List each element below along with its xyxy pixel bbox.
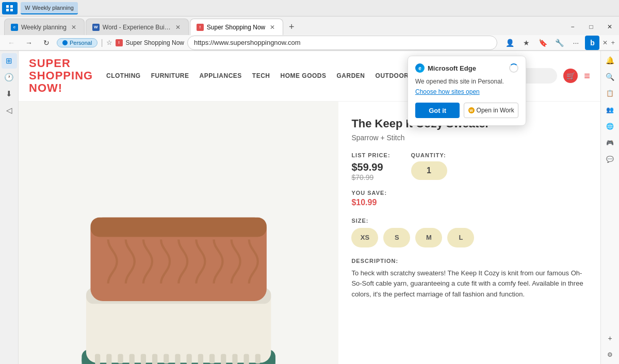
forward-button[interactable]: → bbox=[22, 36, 36, 50]
tab-shopping[interactable]: ! Super Shopping Now ✕ bbox=[190, 19, 283, 35]
edge-popup: e Microsoft Edge We opened this site in … bbox=[408, 56, 526, 126]
size-m[interactable]: M bbox=[415, 228, 442, 247]
profile-label: Personal bbox=[70, 40, 92, 46]
tab-weekly-planning[interactable]: e Weekly planning ✕ bbox=[4, 19, 85, 35]
window-controls: − □ ✕ bbox=[563, 19, 619, 35]
tab-weekly-planning-label: Weekly planning bbox=[21, 24, 67, 31]
copilot-icon[interactable]: b bbox=[585, 36, 599, 50]
svg-rect-24 bbox=[152, 354, 157, 364]
popup-link[interactable]: Choose how sites open bbox=[415, 88, 518, 95]
got-it-button[interactable]: Got it bbox=[415, 103, 460, 118]
tab-favicon-shopping: ! bbox=[197, 24, 204, 31]
sidebar-bell-icon[interactable]: 🔔 bbox=[603, 53, 617, 68]
svg-rect-32 bbox=[244, 354, 249, 364]
sidebar-settings-icon[interactable]: ⚙ bbox=[603, 348, 617, 362]
product-details: The Keep It Cozy Sweater Sparrow + Stitc… bbox=[338, 102, 600, 364]
profile-dot bbox=[62, 40, 68, 45]
sidebar-people-icon[interactable]: 👥 bbox=[603, 103, 617, 117]
windows-start-button[interactable] bbox=[2, 2, 18, 14]
nav-clothing[interactable]: CLOTHING bbox=[106, 72, 141, 79]
nav-furniture[interactable]: FURNITURE bbox=[151, 72, 189, 79]
tab-close-alt[interactable]: ✕ bbox=[602, 39, 608, 46]
browser-chrome: e Weekly planning ✕ W Word - Experience … bbox=[0, 16, 619, 51]
address-bar[interactable]: https://www.supershoppingnow.com bbox=[187, 36, 497, 50]
favorites-icon[interactable]: ☆ bbox=[106, 39, 112, 46]
more-icon[interactable]: ··· bbox=[568, 36, 583, 50]
price-section: LIST PRICE: $59.99 $70.99 bbox=[351, 152, 390, 181]
sidebar-add-button[interactable]: + bbox=[603, 331, 617, 345]
sidebar-collapse-button[interactable]: ◁ bbox=[2, 103, 17, 118]
quantity-stepper[interactable]: 1 bbox=[411, 161, 447, 180]
sidebar-downloads-button[interactable]: ⬇ bbox=[2, 86, 17, 102]
back-button[interactable]: ← bbox=[4, 36, 19, 50]
popup-buttons: Got it W Open in Work bbox=[415, 103, 518, 118]
sidebar-collections-icon[interactable]: 📋 bbox=[603, 86, 617, 101]
description-text: To heck with scratchy sweaters! The Keep… bbox=[351, 268, 585, 300]
popup-spinner bbox=[509, 63, 518, 73]
product-brand: Sparrow + Stitch bbox=[351, 134, 585, 142]
tab-weekly-close[interactable]: ✕ bbox=[70, 23, 78, 31]
account-icon[interactable]: 👤 bbox=[502, 36, 517, 50]
sweater-image bbox=[29, 112, 328, 364]
toolbar-sep: | bbox=[101, 38, 103, 47]
sidebar-history-button[interactable]: 🕐 bbox=[2, 70, 17, 85]
svg-rect-26 bbox=[175, 354, 180, 364]
site-logo: SUPER SHOPPING NOW! bbox=[29, 57, 91, 95]
open-in-work-button[interactable]: W Open in Work bbox=[464, 103, 518, 118]
new-tab-button[interactable]: + bbox=[284, 20, 299, 34]
size-section: SIZE: XS S M L bbox=[351, 218, 585, 247]
nav-garden[interactable]: GARDEN bbox=[337, 72, 365, 79]
site-favicon: ! bbox=[116, 39, 123, 46]
nav-outdoor[interactable]: OUTDOOR bbox=[376, 72, 409, 79]
browser-window: e Weekly planning ✕ W Word - Experience … bbox=[0, 16, 619, 364]
logo-line2: SHOPPING bbox=[29, 70, 91, 82]
size-options: XS S M L bbox=[351, 228, 585, 247]
toolbar-icons: 👤 ★ 🔖 🔧 ··· b bbox=[502, 36, 599, 50]
minimize-button[interactable]: − bbox=[563, 19, 582, 35]
site-menu: CLOTHING FURNITURE APPLIANCES TECH HOME … bbox=[106, 72, 452, 79]
svg-rect-23 bbox=[141, 354, 146, 364]
profile-tag[interactable]: Personal bbox=[57, 38, 97, 47]
site-title: Super Shopping Now bbox=[126, 39, 184, 46]
popup-message: We opened this site in Personal. bbox=[415, 78, 518, 85]
sidebar-games-icon[interactable]: 🎮 bbox=[603, 136, 617, 150]
size-xs[interactable]: XS bbox=[351, 228, 378, 247]
tab-word[interactable]: W Word - Experience Built for Focus ✕ bbox=[86, 19, 189, 35]
svg-rect-31 bbox=[232, 354, 237, 364]
extensions-icon[interactable]: 🔧 bbox=[552, 36, 566, 50]
maximize-button[interactable]: □ bbox=[582, 19, 600, 35]
windows-taskbar: W Weekly planning bbox=[0, 0, 619, 16]
sidebar-apps-button[interactable]: ⊞ bbox=[2, 53, 17, 69]
size-l[interactable]: L bbox=[447, 228, 474, 247]
favorites-star-icon[interactable]: ★ bbox=[519, 36, 533, 50]
hamburger-button[interactable]: ≡ bbox=[584, 70, 590, 82]
nav-homegoods[interactable]: HOME GOODS bbox=[281, 72, 327, 79]
plus-icon[interactable]: + bbox=[603, 331, 617, 345]
price-current: $59.99 bbox=[351, 161, 390, 173]
taskbar-work-item[interactable]: W Weekly planning bbox=[21, 2, 78, 14]
sidebar-search-icon[interactable]: 🔍 bbox=[603, 70, 617, 84]
nav-appliances[interactable]: APPLIANCES bbox=[200, 72, 242, 79]
close-button[interactable]: ✕ bbox=[600, 19, 619, 35]
sidebar-web-icon[interactable]: 🌐 bbox=[603, 119, 617, 134]
tab-word-close[interactable]: ✕ bbox=[174, 23, 182, 31]
tab-shopping-close[interactable]: ✕ bbox=[268, 23, 276, 31]
popup-title-text: Microsoft Edge bbox=[428, 64, 476, 72]
svg-rect-21 bbox=[118, 354, 123, 363]
product-image-area bbox=[19, 102, 338, 364]
refresh-button[interactable]: ↻ bbox=[39, 36, 54, 50]
size-s[interactable]: S bbox=[383, 228, 410, 247]
profile-bar: ← → ↻ Personal | ☆ ! Super Shopping Now … bbox=[0, 35, 619, 51]
logo-line1: SUPER bbox=[29, 57, 91, 70]
svg-rect-29 bbox=[209, 354, 215, 363]
bookmark-icon[interactable]: 🔖 bbox=[535, 36, 550, 50]
quantity-value: 1 bbox=[427, 166, 431, 175]
product-page: The Keep It Cozy Sweater Sparrow + Stitc… bbox=[19, 102, 600, 364]
cart-button[interactable]: 🛒 bbox=[563, 69, 578, 83]
new-tab-alt[interactable]: + bbox=[611, 39, 615, 46]
nav-tech[interactable]: TECH bbox=[252, 72, 270, 79]
edge-left-sidebar: ⊞ 🕐 ⬇ ◁ bbox=[0, 51, 19, 364]
svg-rect-35 bbox=[90, 217, 266, 237]
sidebar-chat-icon[interactable]: 💬 bbox=[603, 152, 617, 167]
edge-right-sidebar: 🔔 🔍 📋 👥 🌐 🎮 💬 + ⚙ bbox=[600, 51, 619, 364]
